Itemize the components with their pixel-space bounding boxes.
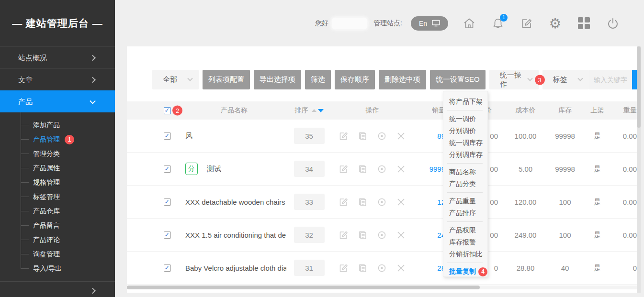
submenu-item[interactable]: 标签管理 bbox=[0, 189, 115, 204]
copy-icon[interactable] bbox=[358, 131, 368, 141]
menu-item[interactable]: 库存报警 bbox=[449, 236, 487, 248]
row-checkbox[interactable] bbox=[164, 231, 171, 239]
edit-button[interactable] bbox=[520, 17, 533, 30]
menu-item[interactable]: 分别调库存 bbox=[449, 149, 487, 161]
power-icon bbox=[607, 17, 619, 30]
toolbar-buttons: 列表项配置导出选择项筛选保存顺序删除选中项统一设置SEO bbox=[199, 70, 486, 89]
view-icon[interactable] bbox=[377, 263, 387, 273]
product-name-cell: 分测试 bbox=[182, 163, 286, 175]
menu-item[interactable]: 产品排序 bbox=[449, 207, 487, 219]
sort-input[interactable]: 35 bbox=[294, 128, 325, 144]
menu-item-label: 产品分类 bbox=[449, 180, 476, 187]
apps-button[interactable] bbox=[577, 17, 590, 30]
h-scrollbar-thumb[interactable] bbox=[127, 286, 480, 289]
menu-item[interactable]: 统一调库存 bbox=[449, 137, 487, 149]
delete-icon[interactable] bbox=[396, 164, 406, 174]
toolbar-button[interactable]: 删除选中项 bbox=[379, 70, 426, 89]
toolbar-button[interactable]: 保存顺序 bbox=[335, 70, 375, 89]
sort-asc-icon[interactable] bbox=[312, 109, 316, 112]
settings-button[interactable]: ⚙ bbox=[549, 17, 562, 30]
sidebar-item-site-overview[interactable]: 站点概况 bbox=[0, 46, 115, 68]
menu-item[interactable]: 分别调价 bbox=[449, 125, 487, 137]
menu-item[interactable]: 产品分类 bbox=[449, 178, 487, 190]
submenu-item[interactable]: 产品留言 bbox=[0, 218, 115, 232]
search-button[interactable] bbox=[632, 70, 637, 89]
submenu-item[interactable]: 产品仓库 bbox=[0, 204, 115, 218]
menu-divider bbox=[447, 110, 483, 110]
menu-item[interactable]: 统一调价 bbox=[449, 113, 487, 125]
submenu-item[interactable]: 产品评论 bbox=[0, 232, 115, 247]
submenu-item[interactable]: 管理分类 bbox=[0, 146, 115, 161]
menu-item[interactable]: 批量复制4 bbox=[449, 265, 487, 277]
category-tag: 分 bbox=[185, 163, 198, 175]
select-all-checkbox[interactable] bbox=[164, 107, 171, 114]
sort-input[interactable]: 31 bbox=[294, 260, 325, 276]
submenu-item-label: 管理分类 bbox=[33, 150, 60, 157]
logout-button[interactable] bbox=[606, 17, 619, 30]
sort-desc-icon[interactable] bbox=[318, 109, 324, 112]
copy-icon[interactable] bbox=[358, 263, 368, 273]
toolbar-button[interactable]: 统一设置SEO bbox=[430, 70, 486, 89]
table-header: 2 产品名称 排序 操作 销量 价 成本价 库存 上架 重量 bbox=[127, 101, 637, 120]
sidebar-next-section[interactable] bbox=[0, 281, 115, 292]
filter-select[interactable]: 全部 bbox=[152, 70, 199, 89]
tag-select[interactable]: 标签 bbox=[542, 70, 589, 89]
copy-icon[interactable] bbox=[358, 230, 368, 240]
edit-icon[interactable] bbox=[339, 230, 349, 240]
stock-value: 99998 bbox=[548, 165, 582, 173]
menu-item[interactable]: 分销折扣比 bbox=[449, 248, 487, 260]
menu-item[interactable]: 将产品下架 bbox=[449, 96, 487, 108]
col-sort[interactable]: 排序 bbox=[286, 106, 332, 115]
menu-item-label: 库存报警 bbox=[449, 238, 476, 246]
batch-operation-select[interactable]: 统一操作 3 bbox=[489, 70, 539, 89]
toolbar-button[interactable]: 列表项配置 bbox=[203, 70, 250, 89]
copy-icon[interactable] bbox=[358, 164, 368, 174]
view-icon[interactable] bbox=[377, 230, 387, 240]
submenu-item[interactable]: 产品属性 bbox=[0, 161, 115, 175]
v-scrollbar-thumb[interactable] bbox=[637, 46, 641, 128]
cost-price: 120.00 bbox=[503, 198, 548, 206]
sidebar-item-articles[interactable]: 文章 bbox=[0, 68, 115, 90]
menu-item[interactable]: 产品重量 bbox=[449, 195, 487, 207]
view-icon[interactable] bbox=[377, 131, 387, 141]
submenu-item[interactable]: 添加产品 bbox=[0, 118, 115, 132]
menu-divider bbox=[447, 221, 483, 222]
language-label: En bbox=[419, 20, 427, 27]
menu-item[interactable]: 产品权限 bbox=[449, 224, 487, 236]
toolbar-button[interactable]: 筛选 bbox=[305, 70, 331, 89]
language-switch[interactable]: En bbox=[411, 16, 448, 31]
row-checkbox[interactable] bbox=[164, 165, 171, 173]
product-name: 风 bbox=[185, 132, 192, 141]
stock-value: 99998 bbox=[548, 132, 582, 140]
grid-icon bbox=[578, 17, 590, 29]
edit-icon[interactable] bbox=[339, 263, 349, 273]
submenu-item[interactable]: 导入/导出 bbox=[0, 261, 115, 275]
home-button[interactable] bbox=[463, 17, 475, 30]
edit-icon[interactable] bbox=[339, 131, 349, 141]
sort-input[interactable]: 32 bbox=[294, 227, 325, 243]
toolbar-button[interactable]: 导出选择项 bbox=[254, 70, 301, 89]
search-input[interactable] bbox=[589, 70, 632, 89]
menu-item[interactable]: 商品名称 bbox=[449, 166, 487, 178]
row-checkbox[interactable] bbox=[164, 132, 171, 140]
view-icon[interactable] bbox=[377, 164, 387, 174]
copy-icon[interactable] bbox=[358, 197, 368, 207]
submenu-item[interactable]: 产品管理1 bbox=[0, 132, 115, 146]
edit-icon[interactable] bbox=[339, 164, 349, 174]
delete-icon[interactable] bbox=[396, 197, 406, 207]
view-icon[interactable] bbox=[377, 197, 387, 207]
row-checkbox[interactable] bbox=[164, 264, 171, 272]
submenu-item[interactable]: 询盘管理 bbox=[0, 247, 115, 261]
table-row: XXX detachable wooden chairs331200120.00… bbox=[127, 186, 637, 219]
delete-icon[interactable] bbox=[396, 230, 406, 240]
sort-input[interactable]: 33 bbox=[294, 194, 325, 210]
notifications-button[interactable]: 1 bbox=[491, 17, 504, 30]
sort-input[interactable]: 34 bbox=[294, 161, 325, 177]
sidebar-item-products[interactable]: 产品 bbox=[0, 90, 115, 112]
edit-icon[interactable] bbox=[339, 197, 349, 207]
delete-icon[interactable] bbox=[396, 131, 406, 141]
row-checkbox[interactable] bbox=[164, 198, 171, 206]
menu-item-badge: 4 bbox=[478, 267, 487, 276]
delete-icon[interactable] bbox=[396, 263, 406, 273]
submenu-item[interactable]: 规格管理 bbox=[0, 175, 115, 189]
